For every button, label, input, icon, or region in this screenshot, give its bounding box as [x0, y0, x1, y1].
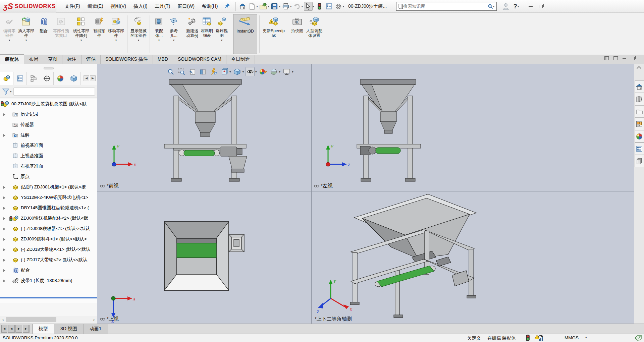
property-manager-tab[interactable]: [13, 72, 27, 85]
menu-edit[interactable]: 编辑(E): [84, 0, 107, 12]
menu-view[interactable]: 视图(V): [107, 0, 130, 12]
new-motion-study-button[interactable]: 新建运动算例: [185, 14, 199, 54]
edit-component-button[interactable]: 编辑零部件▾: [2, 14, 16, 54]
panel-splitter[interactable]: [0, 66, 97, 70]
tab-markup[interactable]: 标注: [62, 55, 82, 64]
tree-item-sensors[interactable]: 传感器: [0, 119, 97, 130]
open-button[interactable]: [259, 2, 268, 11]
menu-window[interactable]: 窗口(W): [174, 0, 198, 12]
tree-item-front-plane[interactable]: 前视基准面: [0, 140, 97, 151]
tab-solidworks-addins[interactable]: SOLIDWORKS 插件: [101, 55, 153, 64]
component-preview-button[interactable]: 零部件预览窗口: [52, 14, 70, 54]
expand-arrow-icon[interactable]: [3, 111, 7, 117]
viewport-horizontal-divider[interactable]: [97, 191, 634, 191]
expand-arrow-icon[interactable]: [3, 184, 7, 190]
linear-pattern-button[interactable]: 线性零部件阵列▾: [71, 14, 92, 54]
tree-item-pulley-b[interactable]: (-) ZDJ17大带轮<2> (默认<<默认: [0, 254, 97, 265]
display-manager-tab[interactable]: [54, 72, 67, 85]
show-hidden-components-button[interactable]: 显示隐藏的零部件▾: [129, 14, 148, 54]
menu-help[interactable]: 帮助(H): [198, 0, 221, 12]
mate-button[interactable]: 配合: [36, 14, 51, 54]
reference-geometry-button[interactable]: 参考几...▾: [167, 14, 181, 54]
appearances-tab[interactable]: [635, 130, 644, 142]
tab-mbd[interactable]: MBD: [153, 55, 173, 64]
tab-today-manufacturing[interactable]: 今日制造: [226, 55, 255, 64]
tree-item-mates[interactable]: 配合: [0, 265, 97, 275]
close-button[interactable]: [546, 2, 556, 11]
open-dropdown-icon[interactable]: ▾: [268, 5, 269, 8]
tree-horizontal-scrollbar[interactable]: ‹ ›: [0, 316, 97, 323]
view-palette-tab[interactable]: [635, 118, 644, 130]
expand-arrow-icon[interactable]: [3, 226, 7, 232]
expand-arrow-icon[interactable]: [3, 246, 7, 252]
options-list-button[interactable]: [325, 2, 333, 11]
tree-item-reducer[interactable]: DBY145圆锥圆柱齿轮减速机<1> (: [0, 203, 97, 213]
tab-scroll-right-icon[interactable]: ▶: [90, 75, 96, 81]
smart-fasteners-button[interactable]: 智能扣件: [92, 14, 106, 54]
tab-scroll-left-icon[interactable]: ◀: [84, 75, 89, 81]
help-dropdown-icon[interactable]: ▾: [518, 5, 519, 8]
chevron-up-icon[interactable]: [637, 66, 641, 69]
task-home-tab[interactable]: [635, 80, 644, 93]
scroll-left-icon[interactable]: ‹: [0, 317, 6, 322]
previous-tab-icon[interactable]: ◀: [8, 325, 15, 333]
expand-arrow-icon[interactable]: [3, 215, 7, 221]
doc-restore-icon[interactable]: [631, 57, 635, 60]
search-input[interactable]: [403, 4, 487, 9]
tree-item-coupling[interactable]: (-) ZDJ008联轴器<1> (默认<<默认: [0, 223, 97, 234]
menu-insert[interactable]: 插入(I): [130, 0, 151, 12]
filter-funnel-icon[interactable]: [2, 88, 9, 95]
filter-dropdown-icon[interactable]: ▾: [10, 90, 12, 93]
units-selector[interactable]: MMGS: [565, 335, 579, 340]
help-button[interactable]: ?: [513, 3, 517, 10]
units-dropdown-icon[interactable]: ▴: [585, 335, 587, 339]
pane-single-icon[interactable]: [613, 56, 618, 60]
home-button[interactable]: [238, 2, 247, 11]
splitter-handle[interactable]: [44, 67, 54, 69]
last-tab-icon[interactable]: ▶: [23, 325, 30, 333]
featuremanager-tab[interactable]: [0, 72, 13, 85]
tab-solidworks-cam[interactable]: SOLIDWORKS CAM: [173, 55, 226, 64]
tab-assembly[interactable]: 装配体: [0, 54, 24, 64]
performance-warning-icon[interactable]: !: [534, 335, 543, 342]
tree-item-hopper[interactable]: ZDJ009接料斗<1> (默认<<默认>: [0, 234, 97, 244]
large-assembly-settings-button[interactable]: 大型装配体设置: [305, 14, 324, 54]
move-component-button[interactable]: 移动零部件▾: [107, 14, 125, 54]
pin-menu-icon[interactable]: [225, 3, 230, 10]
print-dropdown-icon[interactable]: ▾: [290, 5, 292, 8]
minimize-button[interactable]: [526, 2, 536, 11]
tab-evaluate[interactable]: 评估: [82, 55, 101, 64]
expand-arrow-icon[interactable]: [3, 278, 7, 284]
tree-item-origin[interactable]: 原点: [0, 171, 97, 182]
viewport-left-model[interactable]: [311, 64, 634, 191]
tree-item-annotations[interactable]: 注解: [0, 130, 97, 140]
tab-sketch[interactable]: 草图: [43, 55, 62, 64]
tree-item-belt[interactable]: 皮带1 (长度=1308.28mm): [0, 275, 97, 286]
new-document-dropdown-icon[interactable]: ▾: [256, 5, 258, 8]
filter-input[interactable]: [13, 88, 95, 96]
scroll-right-icon[interactable]: ›: [91, 317, 97, 322]
menu-tools[interactable]: 工具(T): [151, 0, 174, 12]
undo-dropdown-icon[interactable]: ▾: [301, 5, 303, 8]
print-button[interactable]: [281, 2, 290, 11]
viewport-isometric-model[interactable]: [311, 191, 634, 324]
tab-layout[interactable]: 布局: [24, 55, 43, 64]
tree-item-conveyor-subassembly[interactable]: ZDJ00输送机装配体<2> (默认<默: [0, 213, 97, 223]
tree-item-top-plane[interactable]: 上视基准面: [0, 151, 97, 161]
tab-model[interactable]: 模型: [32, 324, 54, 334]
tree-item-right-plane[interactable]: 右视基准面: [0, 161, 97, 171]
save-dropdown-icon[interactable]: ▾: [279, 5, 280, 8]
update-speedpak-button[interactable]: ! 更新Speedpak: [262, 14, 286, 54]
login-user-icon[interactable]: [501, 2, 510, 11]
menu-file[interactable]: 文件(F): [61, 0, 84, 12]
options-gear-button[interactable]: [334, 2, 343, 11]
tree-item-history[interactable]: 历史记录: [0, 109, 97, 119]
search-icon[interactable]: [487, 3, 493, 9]
options-dropdown-icon[interactable]: ▾: [343, 5, 344, 8]
dimxpert-manager-tab[interactable]: [40, 72, 54, 85]
restore-button[interactable]: [536, 2, 546, 11]
select-tool-button[interactable]: [304, 2, 313, 11]
expand-arrow-icon[interactable]: [3, 194, 7, 201]
new-document-button[interactable]: [248, 2, 256, 11]
first-tab-icon[interactable]: ◀: [1, 325, 7, 333]
